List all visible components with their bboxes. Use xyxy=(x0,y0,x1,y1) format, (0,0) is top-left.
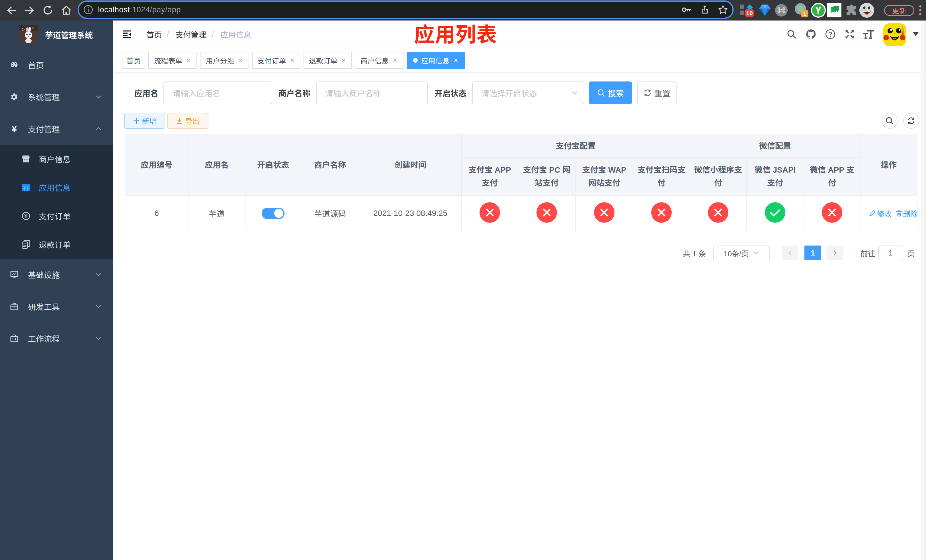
svg-text:10: 10 xyxy=(746,10,753,16)
svg-text:1: 1 xyxy=(803,11,806,17)
